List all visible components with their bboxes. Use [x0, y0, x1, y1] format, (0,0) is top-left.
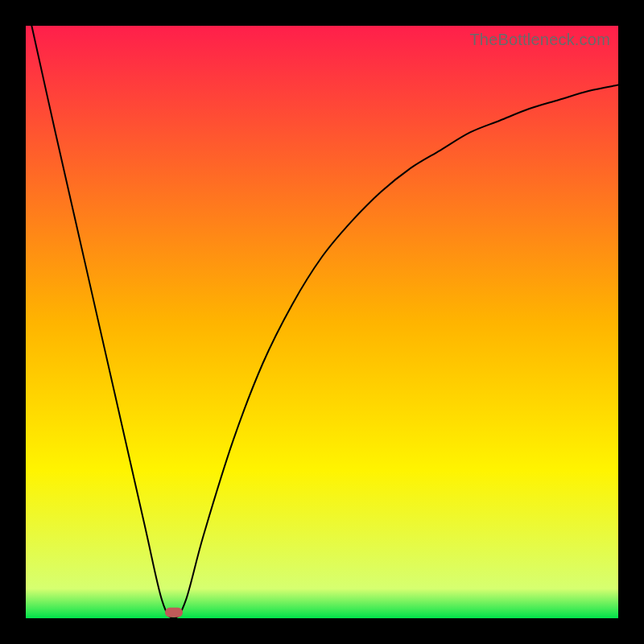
- chart-svg: [26, 26, 618, 618]
- plot-area: TheBottleneck.com: [26, 26, 618, 618]
- min-marker: [165, 608, 183, 617]
- chart-frame: TheBottleneck.com: [0, 0, 644, 644]
- gradient-background: [26, 26, 618, 618]
- watermark-text: TheBottleneck.com: [469, 31, 610, 49]
